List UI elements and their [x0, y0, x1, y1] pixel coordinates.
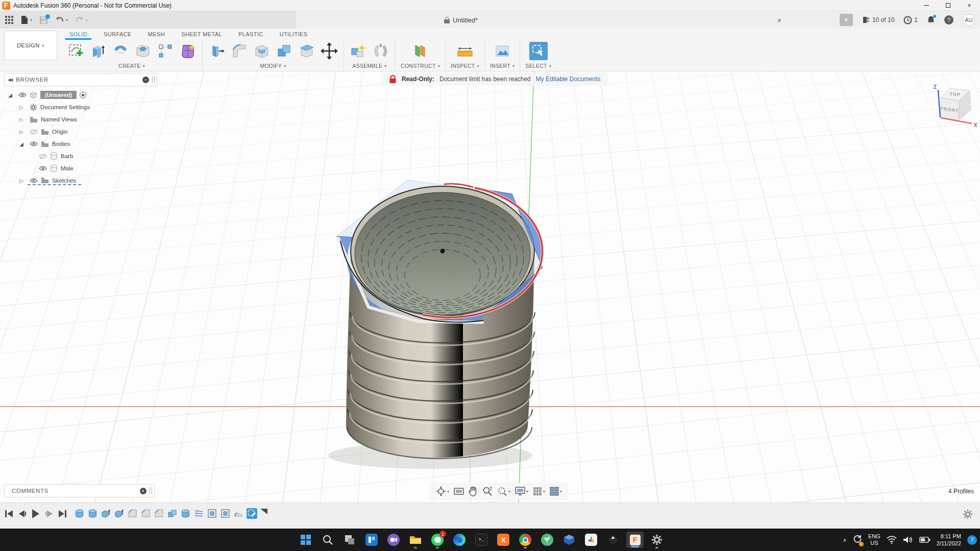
volume-icon[interactable] [903, 536, 913, 544]
editable-documents-status[interactable]: 10 of 10 [862, 16, 894, 24]
expand-icon[interactable]: ▷ [18, 105, 24, 110]
visibility-eye-icon[interactable] [30, 141, 38, 146]
step-back-button[interactable] [19, 510, 26, 517]
viewport[interactable]: Read-Only: Document limit has been reach… [0, 71, 980, 503]
undo-button[interactable]: ▾ [55, 16, 68, 23]
tree-label[interactable]: Male [61, 165, 74, 171]
extrude-button[interactable] [89, 42, 107, 60]
visibility-off-eye-icon[interactable] [39, 154, 47, 159]
timeline-settings-gear-icon[interactable] [963, 509, 973, 519]
fillet-button[interactable] [230, 42, 249, 60]
insert-button[interactable] [493, 42, 511, 60]
browser-header[interactable]: ◀◀ BROWSER − [4, 73, 157, 86]
comments-header[interactable]: COMMENTS + [4, 484, 155, 497]
sketch-center-point[interactable] [440, 249, 445, 254]
feature-cylinder-3[interactable] [180, 508, 191, 519]
fit-button[interactable]: ▾ [497, 486, 510, 496]
tree-row-named-views[interactable]: ▷ Named Views [18, 113, 95, 126]
look-at-button[interactable] [454, 487, 464, 495]
taskbar-clock[interactable]: 8:11 PM 2/11/2022 [937, 533, 961, 547]
split-body-button[interactable] [298, 42, 316, 60]
tree-row-barb[interactable]: Barb [37, 150, 95, 162]
model-barb-body[interactable] [314, 166, 574, 472]
visibility-eye-icon[interactable] [30, 178, 38, 183]
editable-documents-link[interactable]: My Editable Documents [536, 76, 601, 83]
terminal-button[interactable]: >_ [474, 531, 488, 548]
feature-cylinder-2[interactable] [87, 508, 98, 519]
panel-grip[interactable] [150, 487, 152, 494]
sync-tray-button[interactable] [853, 534, 862, 545]
task-view-button[interactable] [342, 531, 357, 548]
group-label-select[interactable]: SELECT▾ [525, 62, 551, 69]
feature-extrude-2[interactable] [114, 508, 125, 519]
construct-plane-button[interactable] [411, 42, 429, 60]
language-indicator[interactable]: ENGUS [868, 533, 880, 546]
joint-button[interactable] [372, 42, 390, 60]
visibility-off-eye-icon[interactable] [30, 129, 38, 135]
panel-grip[interactable] [152, 76, 155, 83]
play-button[interactable] [32, 509, 39, 518]
grid-settings-button[interactable]: ▾ [533, 487, 545, 496]
zoom-button[interactable] [482, 486, 493, 496]
tree-row-male[interactable]: Male [37, 162, 95, 174]
shell-button[interactable] [253, 42, 271, 60]
tree-label[interactable]: Sketches [52, 178, 76, 184]
group-label-construct[interactable]: CONSTRUCT▾ [401, 62, 440, 69]
chrome-button[interactable] [518, 531, 532, 548]
edge-button[interactable] [452, 531, 467, 548]
redo-button[interactable]: ▾ [75, 16, 88, 23]
start-button[interactable] [299, 531, 313, 548]
minimize-panel-icon[interactable]: − [142, 77, 149, 83]
tree-row-document-settings[interactable]: ▷ Document Settings [18, 101, 95, 113]
inkscape-button[interactable] [606, 531, 620, 548]
collapse-expander-icon[interactable]: ◢ [18, 141, 24, 147]
new-component-button[interactable] [349, 42, 368, 60]
virtualbox-button[interactable] [562, 531, 576, 548]
app-grid-button[interactable] [5, 16, 13, 24]
step-forward-button[interactable] [45, 510, 53, 517]
minimize-button[interactable] [916, 0, 937, 11]
collapse-panel-icon[interactable]: ◀◀ [8, 78, 12, 82]
group-label-create[interactable]: CREATE▾ [118, 62, 145, 69]
tab-utilities[interactable]: UTILITIES [272, 29, 316, 40]
move-copy-button[interactable] [320, 42, 338, 60]
hole-button[interactable] [134, 42, 152, 60]
hidden-icons-chevron[interactable]: ∧ [843, 537, 847, 543]
select-button[interactable] [529, 42, 548, 60]
new-tab-button[interactable]: + [840, 14, 853, 26]
feature-sketch-active[interactable] [247, 508, 257, 519]
tree-label[interactable]: Barb [61, 153, 73, 159]
feature-chamfer-2[interactable] [140, 508, 151, 519]
maximize-button[interactable] [937, 0, 959, 11]
go-to-end-button[interactable] [59, 510, 66, 517]
tree-row-root[interactable]: ◢ (Unsaved) [7, 89, 95, 101]
tree-row-origin[interactable]: ▷ Origin [18, 126, 95, 138]
revolve-button[interactable] [111, 42, 130, 60]
notification-count-badge[interactable]: 7 [967, 535, 977, 545]
feature-chamfer-1[interactable] [127, 508, 138, 519]
close-tab-button[interactable]: × [773, 16, 786, 24]
expand-icon[interactable]: ▷ [18, 129, 24, 135]
expand-panel-icon[interactable]: + [140, 488, 146, 494]
wifi-icon[interactable] [887, 536, 897, 544]
document-tab[interactable]: Untitled* [444, 11, 478, 29]
feature-combine[interactable] [167, 508, 178, 519]
feature-coil[interactable] [193, 508, 204, 519]
close-button[interactable]: × [959, 0, 980, 11]
tree-label[interactable]: Document Settings [40, 104, 90, 110]
xampp-button[interactable]: X [496, 531, 510, 548]
widgets-app-button[interactable] [364, 531, 379, 548]
movies-app-button[interactable] [386, 531, 401, 548]
pattern-button[interactable] [156, 42, 175, 60]
feature-pattern-1[interactable] [207, 508, 217, 519]
search-button[interactable] [321, 531, 335, 548]
file-explorer-button[interactable] [408, 531, 423, 548]
display-settings-button[interactable]: ▾ [515, 487, 528, 496]
create-sketch-button[interactable] [66, 42, 85, 60]
tab-sheet-metal[interactable]: SHEET METAL [173, 29, 230, 40]
settings-button[interactable] [650, 531, 664, 548]
group-label-modify[interactable]: MODIFY▾ [260, 62, 286, 69]
view-cube[interactable]: TOP FRONT Z X [930, 77, 979, 133]
timeline-marker[interactable] [260, 509, 267, 514]
battery-icon[interactable] [919, 536, 930, 543]
